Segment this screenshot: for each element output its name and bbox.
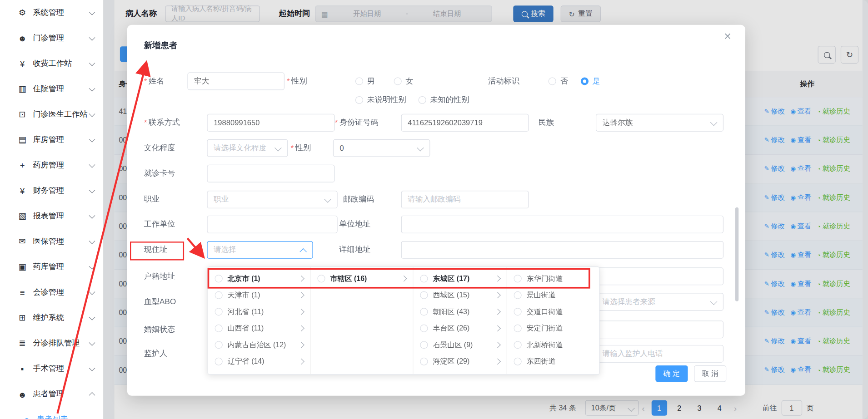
sidebar-item-icon: ▤ <box>17 135 28 145</box>
sidebar-item[interactable]: ⚙ 系统管理 <box>0 0 103 25</box>
district-option[interactable]: 朝阳区 (43) <box>414 304 507 320</box>
required-mark: * <box>144 77 147 85</box>
radio-icon <box>420 325 428 332</box>
chevron-icon <box>89 288 95 295</box>
sidebar-item-label: 患者管理 <box>33 389 90 399</box>
gender-female-radio[interactable]: 女 <box>394 73 414 90</box>
active-flag-label: 活动标识 <box>488 76 519 86</box>
sidebar-item-patient-list[interactable]: ☻ 患者列表 <box>0 407 103 419</box>
sidebar-item-label: 报表管理 <box>33 211 90 221</box>
current-address-cascader[interactable]: 请选择 <box>207 241 313 259</box>
city-option[interactable]: 市辖区 (16) <box>311 270 413 287</box>
province-option[interactable]: 河北省 (11) <box>208 304 310 320</box>
close-icon[interactable]: × <box>724 30 731 43</box>
chevron-down-icon <box>324 196 331 202</box>
chevron-right-icon <box>494 309 501 315</box>
chevron-right-icon <box>494 325 501 331</box>
active-no-radio[interactable]: 否 <box>549 73 568 90</box>
sidebar-item[interactable]: ▣ 药库管理 <box>0 254 103 280</box>
sidebar-item[interactable]: ⊡ 门诊医生工作站 <box>0 102 103 127</box>
patient-source-select[interactable]: 请选择患者来源 <box>596 293 723 311</box>
gender2-select[interactable]: 0 <box>333 139 430 157</box>
card-number-label: 就诊卡号 <box>144 168 175 178</box>
sidebar-item-label: 医保管理 <box>33 237 90 246</box>
chevron-right-icon <box>298 276 304 282</box>
sidebar-item[interactable]: + 药房管理 <box>0 153 103 178</box>
gender-male-radio[interactable]: 男 <box>355 73 375 90</box>
sidebar-item-icon: ≣ <box>17 338 28 348</box>
occupation-select[interactable]: 职业 <box>207 191 337 208</box>
id-number-input[interactable]: 411625192602039719 <box>401 114 529 132</box>
education-label: 文化程度 <box>144 143 175 153</box>
district-option[interactable]: 东城区 (17) <box>414 270 507 287</box>
sidebar-item[interactable]: ⊞ 维护系统 <box>0 305 103 330</box>
province-option[interactable]: 天津市 (1) <box>208 287 310 304</box>
sidebar-item-icon: ▪ <box>17 364 28 374</box>
street-option[interactable]: 东四街道 <box>507 353 599 370</box>
gender-label: 性别 <box>291 76 307 86</box>
detail-address-input[interactable] <box>401 241 724 259</box>
sidebar-item-icon: ▧ <box>17 211 28 221</box>
work-unit-input[interactable] <box>207 216 337 233</box>
guardian-phone-input[interactable]: 请输入监护人电话 <box>596 345 723 363</box>
sidebar-item[interactable]: ¥ 收费工作站 <box>0 51 103 76</box>
postcode-input[interactable]: 请输入邮政编码 <box>401 191 529 208</box>
education-select[interactable]: 请选择文化程度 <box>207 139 288 157</box>
sidebar-item[interactable]: ✉ 医保管理 <box>0 229 103 254</box>
sidebar-item-icon: ☻ <box>17 34 28 43</box>
province-option[interactable]: 北京市 (1) <box>208 270 310 287</box>
cancel-button[interactable]: 取 消 <box>694 365 726 382</box>
sidebar-item-label: 门诊医生工作站 <box>33 109 90 119</box>
sidebar-item[interactable]: ▥ 住院管理 <box>0 76 103 102</box>
province-option[interactable]: 辽宁省 (14) <box>208 353 310 370</box>
sidebar-item[interactable]: ▪ 手术管理 <box>0 356 103 381</box>
province-column: 北京市 (1) 天津市 (1) 河北省 (11) 山西省 <box>208 267 311 374</box>
radio-icon <box>215 358 223 365</box>
sidebar-subitem-label: 患者列表 <box>37 414 68 419</box>
chevron-icon <box>89 187 95 193</box>
province-option[interactable]: 山西省 (11) <box>208 320 310 337</box>
unit-address-label: 单位地址 <box>339 219 370 229</box>
modal-scrollbar[interactable] <box>735 207 738 301</box>
gender-unknown-radio[interactable]: 未知的性别 <box>419 91 469 109</box>
chevron-down-icon <box>710 298 718 305</box>
id-number-label: 身份证号码 <box>339 118 379 128</box>
sidebar-item-icon: ⚙ <box>17 8 28 18</box>
province-option[interactable]: 内蒙古自治区 (12) <box>208 337 310 354</box>
active-yes-radio[interactable]: 是 <box>581 73 600 90</box>
sidebar-item[interactable]: ▤ 库房管理 <box>0 127 103 153</box>
sidebar-item[interactable]: ≡ 会诊管理 <box>0 280 103 305</box>
street-option[interactable]: 北新桥街道 <box>507 337 599 354</box>
street-option[interactable]: 安定门街道 <box>507 320 599 337</box>
required-mark: * <box>144 118 147 127</box>
ethnicity-select[interactable]: 达斡尔族 <box>596 114 723 132</box>
street-option[interactable]: 东华门街道 <box>507 270 599 287</box>
district-option[interactable]: 丰台区 (26) <box>414 320 507 337</box>
radio-icon <box>514 358 522 365</box>
district-option[interactable]: 西城区 (15) <box>414 287 507 304</box>
contact-input[interactable]: 19880991650 <box>207 114 334 132</box>
unit-address-input[interactable] <box>401 216 724 233</box>
sidebar-item-label: 住院管理 <box>33 84 90 94</box>
chevron-icon <box>89 237 95 244</box>
sidebar-item[interactable]: ☻ 患者管理 <box>0 381 103 407</box>
radio-checked-icon <box>581 77 589 85</box>
chevron-right-icon <box>298 358 304 365</box>
chevron-icon <box>89 9 95 15</box>
confirm-button[interactable]: 确 定 <box>655 365 688 382</box>
radio-icon <box>355 77 363 85</box>
street-option[interactable]: 交道口街道 <box>507 304 599 320</box>
sidebar-item[interactable]: ▧ 报表管理 <box>0 203 103 229</box>
name-input[interactable]: 牢大 <box>187 73 284 90</box>
dialog-title: 新增患者 <box>144 40 178 51</box>
gender-unstated-radio[interactable]: 未说明性别 <box>355 91 406 109</box>
required-mark: * <box>291 144 294 153</box>
sidebar-item[interactable]: ¥ 财务管理 <box>0 178 103 203</box>
street-option[interactable]: 景山街道 <box>507 287 599 304</box>
ethnicity-label: 民族 <box>539 118 554 128</box>
sidebar-item[interactable]: ☻ 门诊管理 <box>0 25 103 51</box>
district-option[interactable]: 海淀区 (29) <box>414 353 507 370</box>
district-option[interactable]: 石景山区 (9) <box>414 337 507 354</box>
sidebar-item[interactable]: ≣ 分诊排队管理 <box>0 330 103 356</box>
card-number-input[interactable] <box>207 165 334 182</box>
